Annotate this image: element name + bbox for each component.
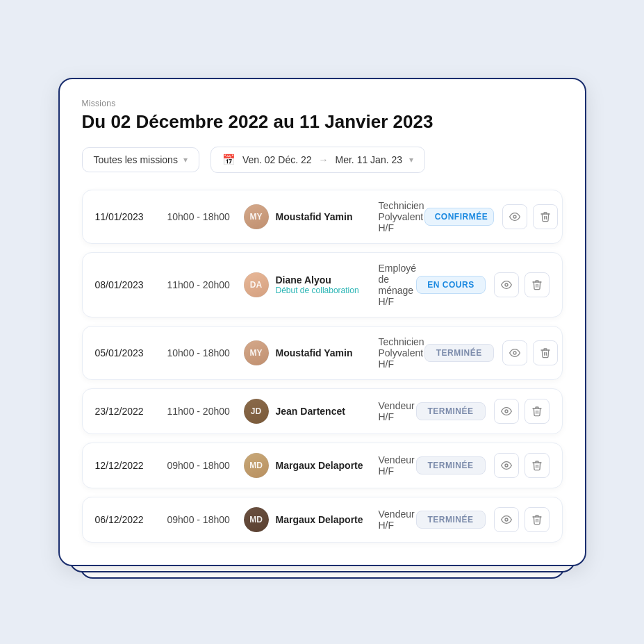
person-info: Jean Dartencet [276,406,373,417]
status-badge: TERMINÉE [416,511,486,529]
date-end: Mer. 11 Jan. 23 [336,154,403,165]
status-badge: EN COURS [416,276,486,294]
status-badge: TERMINÉE [416,456,486,474]
mission-row: 12/12/2022 09h00 - 18h00 MD Margaux Dela… [82,443,563,488]
job-title: Technicien Polyvalent H/F [379,200,424,233]
svg-point-2 [513,352,516,354]
job-title: Vendeur H/F [379,454,416,477]
status-badge: CONFIRMÉE [424,208,494,226]
mission-list: 11/01/2023 10h00 - 18h00 MY Moustafid Ya… [82,190,563,543]
trash-icon [531,514,543,525]
view-button[interactable] [494,272,519,297]
date-range-chevron: ▾ [409,155,413,165]
delete-button[interactable] [525,507,550,532]
delete-button[interactable] [533,340,558,365]
mission-type-filter[interactable]: Toutes les missions ▾ [82,147,199,172]
main-card: Missions Du 02 Décembre 2022 au 11 Janvi… [58,78,586,566]
eye-icon [501,279,512,290]
section-label: Missions [82,99,563,108]
view-button[interactable] [502,204,527,229]
person-name: Margaux Delaporte [276,514,373,525]
mission-type-label: Toutes les missions [94,154,178,165]
person-info: Margaux Delaporte [276,514,373,525]
mission-row: 05/01/2023 10h00 - 18h00 MY Moustafid Ya… [82,326,563,380]
person-info: Diane Alyou Début de collaboration [276,274,373,295]
view-button[interactable] [494,399,519,424]
person-name: Margaux Delaporte [276,460,373,471]
avatar-placeholder: MY [244,340,269,365]
person-info: Moustafid Yamin [276,211,373,222]
eye-icon [501,460,512,471]
avatar: MY [244,340,269,365]
status-badge: TERMINÉE [416,402,486,420]
mission-time: 10h00 - 18h00 [167,211,244,222]
mission-row: 08/01/2023 11h00 - 20h00 DA Diane Alyou … [82,252,563,317]
svg-point-3 [505,410,508,413]
view-button[interactable] [502,340,527,365]
avatar-placeholder: DA [244,272,269,297]
row-actions [502,204,558,229]
mission-time: 10h00 - 18h00 [167,347,244,358]
delete-button[interactable] [533,204,558,229]
eye-icon [509,211,520,222]
job-title: Employé de ménage H/F [379,263,416,307]
status-badge: TERMINÉE [424,344,494,362]
person-sub: Début de collaboration [276,286,373,295]
date-range-filter[interactable]: 📅 Ven. 02 Déc. 22 → Mer. 11 Jan. 23 ▾ [210,147,425,173]
svg-point-0 [513,215,516,218]
person-name: Moustafid Yamin [276,211,373,222]
avatar-placeholder: MD [244,453,269,478]
mission-row: 06/12/2022 09h00 - 18h00 MD Margaux Dela… [82,497,563,543]
mission-date: 06/12/2022 [95,514,165,525]
avatar-placeholder: MY [244,204,269,229]
mission-row: 23/12/2022 11h00 - 20h00 JD Jean Dartenc… [82,388,563,434]
delete-button[interactable] [525,272,550,297]
avatar: MD [244,453,269,478]
avatar-placeholder: MD [244,507,269,532]
row-actions [502,340,558,365]
person-info: Margaux Delaporte [276,460,373,471]
mission-date: 23/12/2022 [95,406,165,417]
person-name: Diane Alyou [276,274,373,286]
mission-date: 08/01/2023 [95,279,165,290]
mission-date: 11/01/2023 [95,211,165,222]
mission-date: 05/01/2023 [95,347,165,358]
delete-button[interactable] [525,453,550,478]
avatar: DA [244,272,269,297]
svg-point-4 [505,464,508,467]
row-actions [494,453,550,478]
eye-icon [501,514,512,525]
person-name: Jean Dartencet [276,406,373,417]
person-info: Moustafid Yamin [276,347,373,358]
mission-time: 09h00 - 18h00 [167,514,244,525]
row-actions [494,399,550,424]
trash-icon [540,211,551,222]
avatar: JD [244,399,269,424]
eye-icon [501,406,512,417]
row-actions [494,272,550,297]
date-start: Ven. 02 Déc. 22 [242,154,312,165]
svg-point-5 [505,518,508,521]
date-arrow: → [319,154,329,165]
job-title: Vendeur H/F [379,509,416,531]
mission-row: 11/01/2023 10h00 - 18h00 MY Moustafid Ya… [82,190,563,244]
trash-icon [531,406,543,417]
person-name: Moustafid Yamin [276,347,373,358]
page-container: Missions Du 02 Décembre 2022 au 11 Janvi… [58,78,586,566]
mission-time: 09h00 - 18h00 [167,460,244,471]
trash-icon [531,279,543,290]
mission-date: 12/12/2022 [95,460,165,471]
view-button[interactable] [494,453,519,478]
avatar-placeholder: JD [244,399,269,424]
avatar: MY [244,204,269,229]
view-button[interactable] [494,507,519,532]
avatar: MD [244,507,269,532]
row-actions [494,507,550,532]
delete-button[interactable] [525,399,550,424]
mission-time: 11h00 - 20h00 [167,279,244,290]
trash-icon [540,347,551,358]
page-title: Du 02 Décembre 2022 au 11 Janvier 2023 [82,111,563,133]
calendar-icon: 📅 [222,154,236,166]
trash-icon [531,460,543,471]
job-title: Vendeur H/F [379,400,416,422]
